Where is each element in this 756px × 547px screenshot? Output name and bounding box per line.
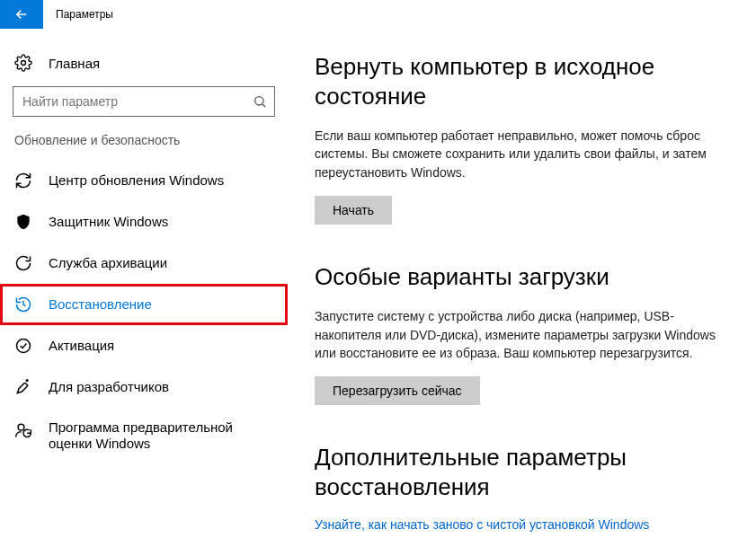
section-title: Вернуть компьютер в исходное состояние xyxy=(315,52,729,110)
sync-icon xyxy=(14,172,32,190)
sidebar-item-defender[interactable]: Защитник Windows xyxy=(0,201,288,243)
section-title: Дополнительные параметры восстановления xyxy=(315,443,729,501)
sidebar-item-label: Защитник Windows xyxy=(49,214,168,230)
shield-icon xyxy=(14,213,32,231)
svg-point-0 xyxy=(22,61,26,66)
backup-icon xyxy=(14,254,32,272)
sidebar: Главная Обновление и безопасность Центр … xyxy=(0,29,288,547)
gear-icon xyxy=(14,54,32,72)
section-advanced-startup: Особые варианты загрузки Запустите систе… xyxy=(315,262,729,405)
section-description: Запустите систему с устройства либо диск… xyxy=(315,307,728,362)
svg-point-4 xyxy=(18,424,24,430)
svg-point-1 xyxy=(255,97,263,105)
titlebar: Параметры xyxy=(0,0,756,29)
section-title: Особые варианты загрузки xyxy=(315,262,729,292)
sidebar-item-label: Служба архивации xyxy=(49,255,167,271)
sidebar-home-label: Главная xyxy=(49,56,100,71)
sidebar-item-backup[interactable]: Служба архивации xyxy=(0,243,288,284)
section-more-recovery: Дополнительные параметры восстановления … xyxy=(315,443,729,532)
sidebar-item-label: Активация xyxy=(49,338,114,354)
sidebar-home[interactable]: Главная xyxy=(0,47,288,86)
section-description: Если ваш компьютер работает неправильно,… xyxy=(315,127,728,181)
sidebar-item-windows-update[interactable]: Центр обновления Windows xyxy=(0,160,288,201)
history-icon xyxy=(14,296,32,313)
search-icon xyxy=(253,94,267,109)
main-content: Вернуть компьютер в исходное состояние Е… xyxy=(288,29,756,547)
search-input[interactable] xyxy=(22,94,253,109)
fresh-start-link[interactable]: Узнайте, как начать заново с чистой уста… xyxy=(315,517,649,532)
sidebar-item-label: Для разработчиков xyxy=(49,379,169,395)
reset-start-button[interactable]: Начать xyxy=(315,196,392,225)
sidebar-item-activation[interactable]: Активация xyxy=(0,325,288,366)
search-box[interactable] xyxy=(13,86,275,117)
sidebar-section-header: Обновление и безопасность xyxy=(0,133,288,160)
sidebar-item-label: Программа предварительной оценки Windows xyxy=(49,419,264,452)
sidebar-item-label: Центр обновления Windows xyxy=(49,172,224,189)
tools-icon xyxy=(14,378,32,396)
window-title: Параметры xyxy=(43,8,113,21)
sidebar-item-developers[interactable]: Для разработчиков xyxy=(0,366,288,408)
back-button[interactable] xyxy=(0,0,43,29)
restart-now-button[interactable]: Перезагрузить сейчас xyxy=(315,376,480,405)
person-sync-icon xyxy=(14,421,32,439)
sidebar-item-insider[interactable]: Программа предварительной оценки Windows xyxy=(0,408,288,463)
svg-point-2 xyxy=(17,340,31,353)
arrow-left-icon xyxy=(13,6,30,22)
sidebar-item-label: Восстановление xyxy=(49,296,152,313)
section-reset: Вернуть компьютер в исходное состояние Е… xyxy=(315,52,729,225)
sidebar-item-recovery[interactable]: Восстановление xyxy=(0,284,288,325)
check-circle-icon xyxy=(14,337,32,355)
svg-point-3 xyxy=(26,380,28,382)
